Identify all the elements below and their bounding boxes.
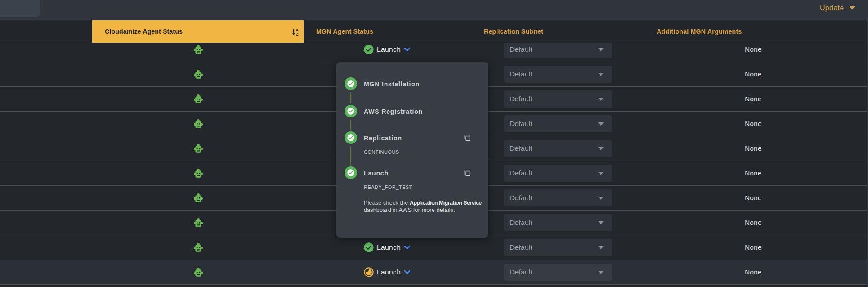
svg-text:Z: Z xyxy=(296,32,298,36)
